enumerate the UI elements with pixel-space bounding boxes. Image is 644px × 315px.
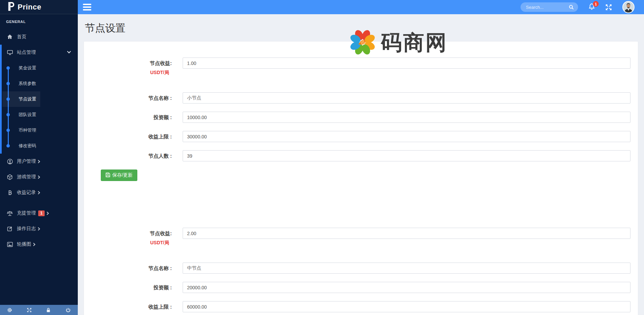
page-title: 节点设置 [85, 21, 638, 35]
node-section-1: 节点收益: USDT/局 节点名称 : 投资额 : 收益上限 : 节点人数 : [84, 58, 630, 181]
sidebar-item-deposit-withdraw-management[interactable]: 充提管理 1 [0, 205, 78, 221]
chevron-right-icon [37, 175, 40, 179]
lock-icon[interactable] [46, 308, 51, 313]
node-name-input-2[interactable] [183, 263, 630, 274]
edit-icon [7, 226, 13, 232]
sidebar-item-earnings-records[interactable]: 收益记录 [0, 185, 78, 200]
node-count-input[interactable] [183, 150, 630, 161]
sidebar-item-home[interactable]: 首页 [0, 29, 78, 45]
search-input[interactable] [526, 5, 569, 10]
notification-badge: 1 [593, 1, 599, 7]
sidebar-item-site-management[interactable]: 站点管理 [0, 45, 78, 60]
sidebar-item-label: 收益记录 [17, 189, 36, 196]
search-box [521, 2, 578, 12]
sidebar-item-label: 站点管理 [17, 49, 36, 55]
node-income-input-2[interactable] [183, 228, 630, 239]
app-logo[interactable]: Prince [0, 0, 78, 14]
node-name-input[interactable] [183, 92, 630, 104]
form-row: 节点名称 : [84, 92, 630, 104]
fullscreen-icon[interactable] [605, 4, 612, 11]
user-icon [7, 158, 13, 164]
search-icon[interactable] [569, 4, 574, 10]
sidebar-subitem-node-settings[interactable]: 节点设置 [0, 91, 78, 107]
sidebar-subitem-system-params[interactable]: 系统参数 [0, 76, 78, 91]
investment-input[interactable] [183, 112, 630, 123]
deposit-badge: 1 [38, 210, 45, 216]
save-icon [106, 173, 110, 178]
sidebar-nav: 首页 站点管理 奖金设置 系统参数 [0, 29, 78, 252]
sidebar-item-label: 轮播图 [17, 241, 31, 247]
field-label-node-name: 节点名称 : [84, 92, 183, 104]
node-settings-card: 节点收益: USDT/局 节点名称 : 投资额 : 收益上限 : 节点人数 : [84, 42, 638, 315]
hamburger-menu-icon[interactable] [83, 2, 91, 12]
sidebar-item-label: 游戏管理 [17, 174, 36, 180]
chevron-down-icon [67, 49, 71, 53]
form-row: 节点名称 : [84, 263, 630, 274]
sidebar-section-label: GENERAL [0, 14, 78, 27]
sidebar-footer [0, 305, 78, 315]
chevron-right-icon [32, 243, 36, 246]
fullscreen-icon[interactable] [27, 308, 32, 313]
app-title: Prince [18, 3, 41, 12]
unit-note: USDT/局 [84, 240, 172, 245]
save-update-button[interactable]: 保存/更新 [101, 170, 137, 181]
field-label-income-cap: 收益上限 : [84, 301, 183, 312]
sidebar-item-label: 充提管理 [17, 210, 36, 216]
prince-logo-icon [7, 2, 15, 13]
avatar[interactable] [622, 1, 635, 13]
sidebar-item-carousel[interactable]: 轮播图 [0, 237, 78, 252]
form-row: 节点收益: USDT/局 [84, 228, 630, 245]
sidebar-subitem-currency-management[interactable]: 币种管理 [0, 122, 78, 138]
unit-note: USDT/局 [84, 70, 172, 75]
topbar-controls: 1 [521, 0, 644, 14]
node-income-input[interactable] [183, 58, 630, 69]
chevron-right-icon [37, 191, 40, 194]
image-icon [7, 241, 13, 247]
sidebar-item-user-management[interactable]: 用户管理 [0, 154, 78, 169]
form-row: 收益上限 : [84, 301, 630, 312]
field-label-node-count: 节点人数 : [84, 150, 183, 161]
sidebar-item-operation-logs[interactable]: 操作日志 [0, 221, 78, 237]
income-cap-input[interactable] [183, 131, 630, 142]
sidebar-subitem-change-password[interactable]: 修改密码 [0, 138, 78, 154]
home-icon [7, 34, 13, 40]
field-label-node-name: 节点名称 : [84, 263, 183, 274]
topbar: 1 [78, 0, 644, 14]
sidebar-submenu: 奖金设置 系统参数 节点设置 团队设置 币种管理 [0, 60, 78, 154]
sidebar-item-game-management[interactable]: 游戏管理 [0, 169, 78, 185]
field-label-node-income: 节点收益: USDT/局 [84, 58, 183, 75]
notifications-button[interactable]: 1 [588, 3, 596, 11]
form-row: 节点人数 : [84, 150, 630, 161]
form-row: 投资额 : [84, 282, 630, 293]
field-label-investment: 投资额 : [84, 112, 183, 123]
sidebar-subitem-bonus-settings[interactable]: 奖金设置 [0, 60, 78, 76]
monitor-icon [7, 49, 13, 55]
chevron-right-icon [45, 211, 49, 215]
income-cap-input-2[interactable] [183, 301, 630, 312]
bitcoin-icon [7, 189, 13, 196]
sidebar-group-site-management: 站点管理 奖金设置 系统参数 节点设置 团队设置 [0, 45, 78, 154]
sidebar-item-label: 操作日志 [17, 226, 36, 232]
sidebar: Prince GENERAL 首页 站点管理 奖金设置 [0, 0, 78, 315]
form-row: 投资额 : [84, 112, 630, 123]
field-label-node-income: 节点收益: USDT/局 [84, 228, 183, 245]
power-icon[interactable] [66, 308, 71, 313]
field-label-income-cap: 收益上限 : [84, 131, 183, 142]
node-section-2: 节点收益: USDT/局 节点名称 : 投资额 : 收益上限 : 节点人数 : [84, 228, 630, 315]
sidebar-item-label: 用户管理 [17, 158, 36, 164]
sidebar-subitem-team-settings[interactable]: 团队设置 [0, 107, 78, 122]
gear-icon[interactable] [7, 308, 12, 313]
field-label-investment: 投资额 : [84, 282, 183, 293]
form-row: 收益上限 : [84, 131, 630, 142]
sidebar-item-label: 首页 [17, 34, 26, 40]
investment-input-2[interactable] [183, 282, 630, 293]
form-row: 节点收益: USDT/局 [84, 58, 630, 75]
chevron-right-icon [37, 160, 40, 163]
chevron-right-icon [37, 227, 40, 230]
cube-icon [7, 174, 13, 180]
scales-icon [7, 210, 13, 216]
main-content: 节点设置 节点收益: USDT/局 节点名称 : 投资额 : 收益上限 : [78, 14, 644, 315]
